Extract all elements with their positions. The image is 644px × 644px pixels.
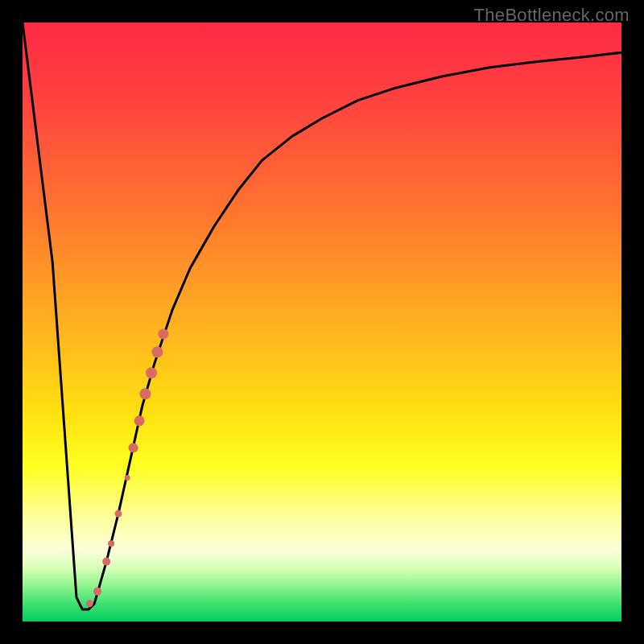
highlight-dot: [129, 443, 138, 452]
chart-frame: TheBottleneck.com: [0, 0, 644, 644]
highlight-dot: [86, 600, 93, 607]
curve-path: [23, 23, 621, 609]
highlight-dot: [134, 415, 145, 426]
highlight-dot: [146, 367, 157, 378]
highlight-dots: [86, 328, 169, 607]
highlight-dot: [158, 328, 168, 339]
highlight-dot: [115, 510, 122, 518]
highlight-dot: [102, 558, 110, 566]
bottleneck-curve: [23, 23, 621, 609]
highlight-dot: [151, 346, 163, 357]
highlight-dot: [108, 540, 114, 547]
highlight-dot: [140, 388, 151, 399]
highlight-dot: [93, 588, 101, 596]
chart-svg: [23, 23, 621, 621]
highlight-dot: [125, 475, 130, 481]
plot-area: [23, 23, 621, 621]
watermark-text: TheBottleneck.com: [474, 5, 630, 26]
